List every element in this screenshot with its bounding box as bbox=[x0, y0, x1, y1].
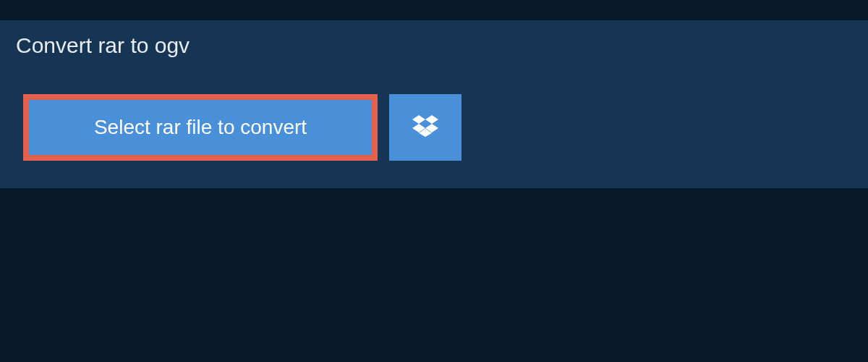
dropbox-button[interactable] bbox=[389, 94, 461, 161]
dropbox-icon bbox=[412, 113, 438, 142]
select-file-label: Select rar file to convert bbox=[94, 116, 307, 139]
page-title-tab: Convert rar to ogv bbox=[0, 20, 211, 71]
panel-body: Select rar file to convert bbox=[0, 71, 868, 188]
select-file-button[interactable]: Select rar file to convert bbox=[23, 94, 378, 161]
converter-panel: Convert rar to ogv Select rar file to co… bbox=[0, 20, 868, 188]
page-title: Convert rar to ogv bbox=[16, 33, 190, 57]
